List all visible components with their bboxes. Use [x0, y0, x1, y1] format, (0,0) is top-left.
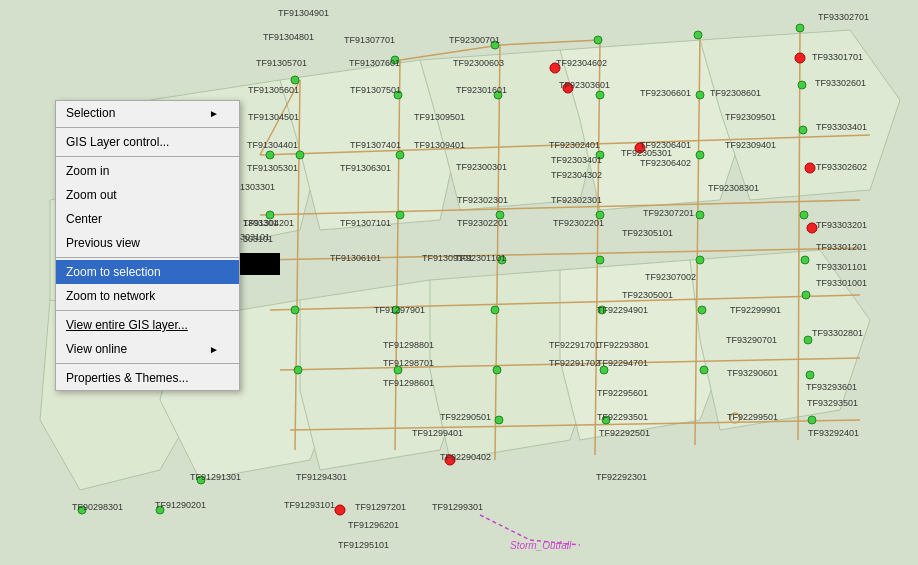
- svg-point-32: [296, 151, 304, 159]
- svg-point-63: [806, 371, 814, 379]
- node-label-tf91304201: TF91304201: [243, 218, 294, 228]
- node-label-tf92290501: TF92290501: [440, 412, 491, 422]
- node-label-tf92290402: TF92290402: [440, 452, 491, 462]
- menu-item-zoom-selection-label: Zoom to selection: [66, 265, 161, 279]
- node-label-tf93302701: TF93302701: [818, 12, 869, 22]
- node-label-tf93302801: TF93302801: [812, 328, 863, 338]
- node-label-tf93290701: TF93290701: [726, 335, 777, 345]
- node-label-tf91298601: TF91298601: [383, 378, 434, 388]
- node-label-tf92305101: TF92305101: [622, 228, 673, 238]
- node-label-tf93290601: TF93290601: [727, 368, 778, 378]
- node-label-tf92302201: TF92302201: [457, 218, 508, 228]
- menu-item-zoom-in[interactable]: Zoom in: [56, 159, 239, 183]
- svg-point-36: [396, 211, 404, 219]
- node-label-tf91299301: TF91299301: [432, 502, 483, 512]
- svg-point-53: [696, 256, 704, 264]
- svg-point-31: [291, 76, 299, 84]
- node-label-tf92307201: TF92307201: [643, 208, 694, 218]
- node-label-tf92308601: TF92308601: [710, 88, 761, 98]
- node-label-tf91307601: TF91307601: [349, 58, 400, 68]
- menu-item-zoom-in-label: Zoom in: [66, 164, 109, 178]
- svg-point-50: [696, 91, 704, 99]
- menu-item-selection-label: Selection: [66, 106, 115, 120]
- node-label-tf92309401: TF92309401: [725, 140, 776, 150]
- node-label-tf93303401: TF93303401: [816, 122, 867, 132]
- svg-point-41: [594, 36, 602, 44]
- node-label-tf93302602: TF93302602: [816, 162, 867, 172]
- svg-point-65: [491, 306, 499, 314]
- svg-point-52: [696, 211, 704, 219]
- svg-point-57: [798, 81, 806, 89]
- node-label-tf93302601: TF93302601: [815, 78, 866, 88]
- menu-item-zoom-network[interactable]: Zoom to network: [56, 284, 239, 308]
- node-label-tf93301701: TF93301701: [812, 52, 863, 62]
- svg-point-29: [266, 151, 274, 159]
- node-label-tf91299401: TF91299401: [412, 428, 463, 438]
- node-label-tf92294701: TF92294701: [597, 358, 648, 368]
- svg-point-81: [335, 505, 345, 515]
- node-label-tf93293501: TF93293501: [807, 398, 858, 408]
- node-label-tf92303401: TF92303401: [551, 155, 602, 165]
- node-label-tf92304602: TF92304602: [556, 58, 607, 68]
- node-label-tf92294901: TF92294901: [597, 305, 648, 315]
- svg-line-19: [395, 60, 400, 450]
- context-menu: Selection ► GIS Layer control... Zoom in…: [55, 100, 240, 391]
- svg-point-61: [802, 291, 810, 299]
- node-label-tf91307401: TF91307401: [350, 140, 401, 150]
- node-label-tf92302301: TF92302301: [457, 195, 508, 205]
- node-label-tf93301201: TF93301201: [816, 242, 867, 252]
- node-label-tf92306601: TF92306601: [640, 88, 691, 98]
- node-label-tf92299901: TF92299901: [730, 305, 781, 315]
- node-label-tf91307101: TF91307101: [340, 218, 391, 228]
- node-label-tf91305701: TF91305701: [256, 58, 307, 68]
- svg-point-67: [495, 416, 503, 424]
- svg-marker-3: [420, 50, 600, 210]
- node-label-tf91305601: TF91305601: [248, 85, 299, 95]
- menu-item-view-online[interactable]: View online ►: [56, 337, 239, 361]
- node-label-tf92309501: TF92309501: [725, 112, 776, 122]
- node-label-tf91293101: TF91293101: [284, 500, 335, 510]
- node-label-tf91307701: TF91307701: [344, 35, 395, 45]
- menu-item-zoom-network-label: Zoom to network: [66, 289, 155, 303]
- node-label-tf92303601: TF92303601: [559, 80, 610, 90]
- node-label-tf91306301: TF91306301: [340, 163, 391, 173]
- menu-item-view-gis-label: View entire GIS layer...: [66, 318, 188, 332]
- menu-item-view-gis[interactable]: View entire GIS layer...: [56, 313, 239, 337]
- menu-item-selection[interactable]: Selection ►: [56, 101, 239, 125]
- menu-item-gis-layer-label: GIS Layer control...: [66, 135, 169, 149]
- menu-separator-5: [56, 363, 239, 364]
- menu-item-previous-view-label: Previous view: [66, 236, 140, 250]
- node-label-tf92295601: TF92295601: [597, 388, 648, 398]
- menu-separator-4: [56, 310, 239, 311]
- svg-point-78: [795, 53, 805, 63]
- svg-point-62: [804, 336, 812, 344]
- node-label-tf92293501: TF92293501: [597, 412, 648, 422]
- menu-item-center[interactable]: Center: [56, 207, 239, 231]
- menu-item-gis-layer[interactable]: GIS Layer control...: [56, 130, 239, 154]
- menu-separator-1: [56, 127, 239, 128]
- svg-point-71: [294, 366, 302, 374]
- node-label-tf93301101: TF93301101: [816, 262, 867, 272]
- menu-item-zoom-selection[interactable]: Zoom to selection: [56, 260, 239, 284]
- node-label-tf91290201: TF91290201: [155, 500, 206, 510]
- menu-item-properties-label: Properties & Themes...: [66, 371, 189, 385]
- node-label-tf92300603: TF92300603: [453, 58, 504, 68]
- node-label-tf92301101: TF92301101: [455, 253, 506, 263]
- node-label-tf92293801: TF92293801: [598, 340, 649, 350]
- node-label-tf91304801: TF91304801: [263, 32, 314, 42]
- svg-point-55: [700, 366, 708, 374]
- node-label-tf91294301: TF91294301: [296, 472, 347, 482]
- node-label-tf91304401: TF91304401: [247, 140, 298, 150]
- menu-separator-3: [56, 257, 239, 258]
- svg-line-27: [480, 515, 530, 540]
- menu-item-previous-view[interactable]: Previous view: [56, 231, 239, 255]
- node-label-tf93301001: TF93301001: [816, 278, 867, 288]
- node-label-tf92292501: TF92292501: [599, 428, 650, 438]
- node-label-tf92302201-b: TF92302201: [553, 218, 604, 228]
- menu-item-properties[interactable]: Properties & Themes...: [56, 366, 239, 390]
- node-label-tf92307002: TF92307002: [645, 272, 696, 282]
- node-label-tf92300701: TF92300701: [449, 35, 500, 45]
- node-label-tf92302301-b: TF92302301: [551, 195, 602, 205]
- svg-point-66: [493, 366, 501, 374]
- menu-item-zoom-out[interactable]: Zoom out: [56, 183, 239, 207]
